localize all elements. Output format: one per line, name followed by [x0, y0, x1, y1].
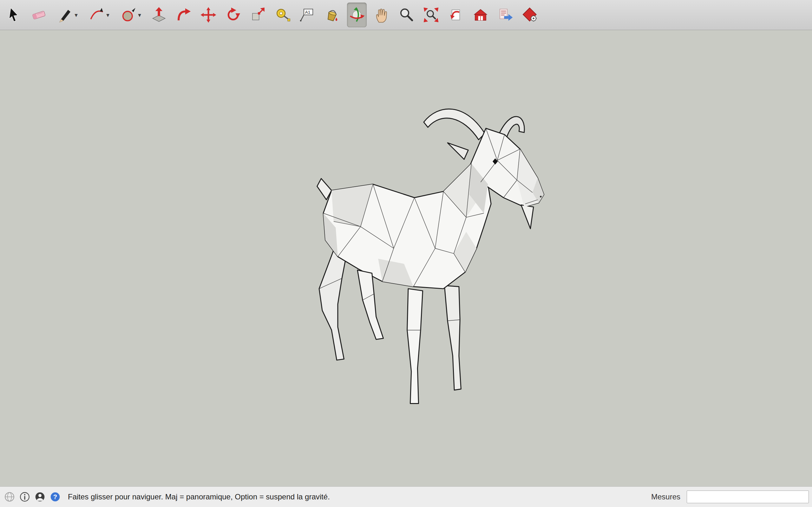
tool-push-pull[interactable] — [149, 3, 169, 27]
sign-in-user-icon[interactable] — [34, 491, 46, 503]
pan-hand-icon — [373, 6, 390, 23]
tool-3d-warehouse[interactable] — [471, 3, 490, 27]
chevron-down-icon[interactable]: ▾ — [106, 12, 109, 18]
help-icon[interactable]: ? — [49, 491, 61, 503]
tool-orbit[interactable] — [347, 3, 367, 27]
goat-leg — [319, 247, 347, 360]
tool-previous-view[interactable] — [446, 3, 466, 27]
previous-view-icon — [447, 6, 464, 23]
tool-move[interactable] — [199, 3, 218, 27]
measurements-input[interactable] — [687, 491, 809, 503]
pencil-icon — [57, 6, 74, 23]
tool-scale[interactable] — [248, 3, 268, 27]
goat-leg — [444, 285, 461, 390]
chevron-down-icon[interactable]: ▾ — [74, 12, 78, 18]
follow-me-icon — [175, 6, 192, 23]
tool-select[interactable] — [4, 3, 24, 27]
text-tool-icon: A1 — [299, 6, 316, 23]
goat-horn — [424, 109, 485, 140]
tool-line[interactable]: ▾ — [54, 3, 81, 27]
scale-icon — [249, 6, 266, 23]
tool-tape-measure[interactable] — [273, 3, 293, 27]
extension-warehouse-icon — [521, 6, 539, 23]
tool-pan[interactable] — [372, 3, 392, 27]
rotate-icon — [224, 6, 242, 23]
help-glyph: ? — [53, 493, 57, 500]
arc-icon — [89, 6, 106, 23]
orbit-icon — [348, 6, 365, 23]
tool-text[interactable]: A1 — [298, 3, 317, 27]
tool-paint-bucket[interactable] — [322, 3, 342, 27]
viewport[interactable] — [0, 31, 812, 486]
push-pull-icon — [150, 6, 167, 23]
warehouse-icon — [472, 6, 489, 23]
goat-ear — [448, 143, 468, 159]
paint-bucket-icon — [323, 6, 341, 23]
tool-follow-me[interactable] — [174, 3, 194, 27]
cursor-arrow-icon — [6, 6, 23, 23]
move-icon — [200, 6, 217, 23]
goat-model[interactable] — [311, 93, 549, 411]
goat-leg — [407, 289, 423, 403]
text-tool-glyph: A1 — [305, 10, 310, 14]
toolbar: ▾ ▾ ▾ — [0, 0, 812, 30]
zoom-extents-icon — [422, 6, 440, 23]
circle-tool-icon — [120, 6, 137, 23]
tool-send-to-layout[interactable] — [496, 3, 515, 27]
tool-zoom-extents[interactable] — [421, 3, 441, 27]
goat-beard — [521, 205, 534, 229]
chevron-down-icon[interactable]: ▾ — [138, 12, 141, 18]
status-hint: Faites glisser pour naviguer. Maj = pano… — [68, 493, 330, 501]
geolocation-icon[interactable] — [4, 491, 15, 503]
credits-info-icon[interactable] — [19, 491, 31, 503]
eraser-icon — [31, 6, 48, 23]
tool-eraser[interactable] — [29, 3, 49, 27]
tool-extension-warehouse[interactable] — [520, 3, 540, 27]
tape-measure-icon — [274, 6, 291, 23]
tool-rotate[interactable] — [223, 3, 243, 27]
tool-shapes[interactable]: ▾ — [117, 3, 144, 27]
tool-arc[interactable]: ▾ — [86, 3, 112, 27]
measurements-label: Mesures — [651, 493, 680, 501]
status-bar: ? Faites glisser pour naviguer. Maj = pa… — [0, 487, 812, 507]
tool-zoom[interactable] — [397, 3, 416, 27]
send-to-layout-icon — [497, 6, 514, 23]
zoom-icon — [398, 6, 415, 23]
